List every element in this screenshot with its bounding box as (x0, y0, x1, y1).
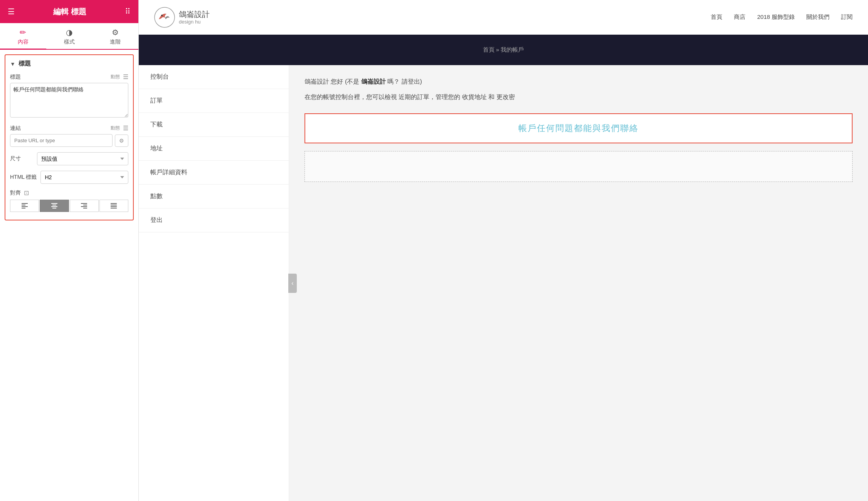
section-title: 標題 (19, 60, 31, 68)
title-field-actions: 動態 ☰ (111, 73, 128, 81)
logo-area: 鴿崙設計 design hu (154, 7, 210, 28)
align-right-button[interactable] (70, 200, 99, 212)
section-arrow-icon[interactable]: ▼ (10, 61, 15, 67)
url-settings-button[interactable]: ⚙ (115, 134, 128, 147)
site-nav: 首頁 商店 2018 服飾型錄 關於我們 訂閱 (711, 13, 853, 21)
content-tab-icon: ✏ (20, 28, 26, 37)
svg-rect-5 (52, 205, 56, 205)
align-center-button[interactable] (40, 200, 69, 212)
svg-rect-2 (22, 206, 28, 207)
svg-rect-4 (51, 203, 57, 204)
title-label: 標題 (10, 74, 21, 81)
svg-rect-12 (111, 203, 117, 204)
breadcrumb-banner: 首頁 » 我的帳戶 (139, 35, 868, 65)
align-label-row: 對齊 ⊡ (10, 189, 128, 197)
url-input-row: ⚙ (10, 134, 128, 147)
title-textarea[interactable]: 帳戶任何問題都能與我們聯絡 (10, 83, 128, 118)
html-tag-row: HTML 標籤 H1 H2 H3 H4 H5 H6 (10, 171, 128, 184)
svg-rect-0 (22, 203, 28, 204)
tab-advanced[interactable]: ⚙ 進階 (92, 23, 138, 50)
sidebar-toggle-button[interactable]: ‹ (288, 274, 297, 293)
title-dynamic-btn[interactable]: 動態 (111, 74, 120, 80)
dashed-placeholder-area (304, 151, 853, 182)
sidebar-item-logout[interactable]: 登出 (139, 208, 289, 232)
style-tab-icon: ◑ (66, 28, 72, 37)
sidebar-item-account-details[interactable]: 帳戶詳細資料 (139, 161, 289, 185)
svg-rect-3 (22, 208, 25, 208)
sidebar-item-address[interactable]: 地址 (139, 137, 289, 161)
tab-advanced-label: 進階 (110, 39, 121, 45)
panel-header: ☰ 編輯 標題 ⠿ (0, 0, 138, 23)
description-text: 在您的帳號控制台裡，您可以檢視 近期的訂單，管理您的 收貨地址 和 更改密 (304, 92, 853, 102)
section-header: ▼ 標題 (10, 60, 128, 68)
section-block: ▼ 標題 標題 動態 ☰ 帳戶任何問題都能與我們聯絡 連結 (5, 54, 134, 220)
size-row: 尺寸 預設值 小 中 大 超大 (10, 152, 128, 165)
link-label: 連結 (10, 125, 21, 132)
nav-shop[interactable]: 商店 (734, 13, 745, 21)
nav-subscribe[interactable]: 訂閱 (841, 13, 853, 21)
sidebar-menu: 控制台 訂單 下載 地址 帳戶詳細資料 點數 登出 (139, 65, 289, 501)
link-field-row: 連結 動態 ☰ ⚙ (10, 124, 128, 147)
link-dynamic-btn[interactable]: 動態 (111, 125, 120, 131)
welcome-suffix: 嗎？ 請登出) (386, 78, 422, 85)
svg-rect-10 (81, 206, 87, 207)
svg-point-17 (161, 15, 163, 16)
title-field-row: 標題 動態 ☰ 帳戶任何問題都能與我們聯絡 (10, 73, 128, 119)
left-panel: ☰ 編輯 標題 ⠿ ✏ 內容 ◑ 樣式 ⚙ 進階 ▼ 標題 (0, 0, 139, 501)
sidebar-item-points[interactable]: 點數 (139, 185, 289, 208)
nav-home[interactable]: 首頁 (711, 13, 722, 21)
logo-icon (154, 7, 175, 28)
svg-rect-8 (81, 203, 87, 204)
logo-sub-text: design hu (179, 19, 210, 25)
panel-content-area: ▼ 標題 標題 動態 ☰ 帳戶任何問題都能與我們聯絡 連結 (0, 50, 138, 501)
panel-tabs: ✏ 內容 ◑ 樣式 ⚙ 進階 (0, 23, 138, 50)
link-label-row: 連結 動態 ☰ (10, 124, 128, 132)
link-field-actions: 動態 ☰ (111, 124, 128, 132)
logo-text: 鴿崙設計 design hu (179, 10, 210, 25)
svg-rect-9 (83, 205, 87, 205)
tab-content-label: 內容 (18, 39, 29, 45)
svg-rect-11 (83, 208, 87, 208)
sidebar-item-orders[interactable]: 訂單 (139, 89, 289, 113)
welcome-prefix: 鴿崙設計 您好 (不是 (304, 78, 361, 85)
tab-style[interactable]: ◑ 樣式 (46, 23, 93, 50)
logo-main-text: 鴿崙設計 (179, 10, 210, 19)
align-device-icon: ⊡ (24, 189, 29, 197)
sidebar-item-dashboard[interactable]: 控制台 (139, 65, 289, 89)
align-label: 對齊 (10, 190, 21, 197)
content-sidebar-wrapper: 控制台 訂單 下載 地址 帳戶詳細資料 點數 登出 ‹ 鴿崙設計 您好 (不是 … (139, 65, 868, 501)
panel-title: 編輯 標題 (53, 7, 86, 17)
url-input[interactable] (10, 134, 113, 147)
grid-icon[interactable]: ⠿ (125, 7, 131, 16)
welcome-text: 鴿崙設計 您好 (不是 鴿崙設計 嗎？ 請登出) (304, 77, 853, 87)
svg-rect-13 (111, 205, 117, 205)
main-area: 鴿崙設計 design hu 首頁 商店 2018 服飾型錄 關於我們 訂閱 首… (139, 0, 868, 501)
main-content-area: 鴿崙設計 您好 (不是 鴿崙設計 嗎？ 請登出) 在您的帳號控制台裡，您可以檢視… (289, 65, 868, 501)
tab-content[interactable]: ✏ 內容 (0, 23, 46, 50)
link-list-icon[interactable]: ☰ (123, 124, 128, 132)
tab-style-label: 樣式 (64, 39, 75, 45)
html-tag-select[interactable]: H1 H2 H3 H4 H5 H6 (40, 171, 128, 184)
nav-catalog[interactable]: 2018 服飾型錄 (757, 13, 795, 21)
align-left-button[interactable] (10, 200, 39, 212)
svg-rect-7 (52, 208, 56, 208)
site-header: 鴿崙設計 design hu 首頁 商店 2018 服飾型錄 關於我們 訂閱 (139, 0, 868, 35)
heading-highlight-text: 帳戶任何問題都能與我們聯絡 (518, 123, 639, 133)
sidebar-item-downloads[interactable]: 下載 (139, 113, 289, 137)
svg-rect-14 (111, 206, 117, 207)
size-label: 尺寸 (10, 155, 33, 162)
title-list-icon[interactable]: ☰ (123, 73, 128, 81)
svg-rect-15 (111, 208, 117, 208)
heading-highlight-box: 帳戶任何問題都能與我們聯絡 (304, 113, 853, 143)
align-justify-button[interactable] (99, 200, 128, 212)
nav-about[interactable]: 關於我們 (806, 13, 829, 21)
svg-rect-6 (51, 206, 57, 207)
size-select[interactable]: 預設值 小 中 大 超大 (37, 152, 128, 165)
align-buttons (10, 200, 128, 212)
advanced-tab-icon: ⚙ (112, 28, 119, 37)
welcome-user-bold: 鴿崙設計 (361, 78, 386, 85)
svg-rect-1 (22, 205, 25, 205)
hamburger-icon[interactable]: ☰ (8, 7, 15, 16)
align-row: 對齊 ⊡ (10, 189, 128, 212)
title-label-row: 標題 動態 ☰ (10, 73, 128, 81)
